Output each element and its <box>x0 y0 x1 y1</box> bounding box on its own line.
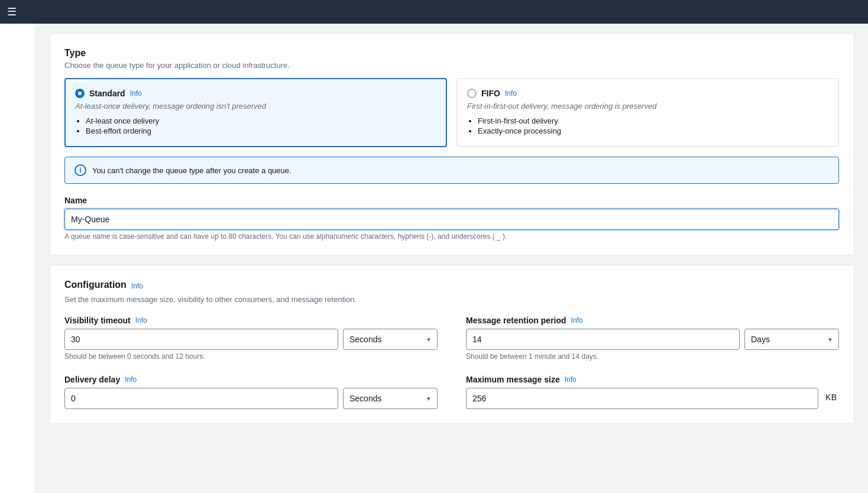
standard-feature-1: At-least once delivery <box>86 116 436 125</box>
main-content: Type Choose the queue type for your appl… <box>35 24 868 493</box>
max-message-size-info[interactable]: Info <box>565 375 576 384</box>
message-retention-label: Message retention period <box>466 316 566 325</box>
message-retention-info[interactable]: Info <box>571 316 583 325</box>
standard-info-link[interactable]: Info <box>130 89 142 98</box>
message-retention-hint: Should be between 1 minute and 14 days. <box>466 352 839 361</box>
delivery-delay-unit-wrapper: Seconds Minutes Hours ▼ <box>343 388 438 409</box>
delivery-delay-unit-select[interactable]: Seconds Minutes Hours <box>343 388 438 409</box>
visibility-timeout-hint: Should be between 0 seconds and 12 hours… <box>64 352 438 361</box>
fifo-features: First-in-first-out delivery Exactly-once… <box>467 116 828 135</box>
max-message-size-label: Maximum message size <box>466 375 560 384</box>
message-retention-unit-select[interactable]: Seconds Minutes Hours Days <box>744 329 839 350</box>
delivery-delay-label: Delivery delay <box>64 375 120 384</box>
fifo-feature-1: First-in-first-out delivery <box>478 116 828 125</box>
config-grid: Visibility timeout Info Seconds Minutes … <box>64 316 839 409</box>
info-banner: i You can't change the queue type after … <box>64 157 839 184</box>
visibility-timeout-unit-select[interactable]: Seconds Minutes Hours <box>343 329 438 350</box>
standard-tagline: At-least-once delivery, message ordering… <box>75 102 436 111</box>
type-section: Type Choose the queue type for your appl… <box>50 33 854 255</box>
standard-features: At-least once delivery Best-effort order… <box>75 116 436 135</box>
delivery-delay-input[interactable] <box>64 388 338 409</box>
visibility-timeout-info[interactable]: Info <box>135 316 147 325</box>
delivery-delay-info[interactable]: Info <box>125 375 137 384</box>
info-banner-text: You can't change the queue type after yo… <box>92 166 292 175</box>
delivery-delay-field: Delivery delay Info Seconds Minutes Hour… <box>64 375 438 409</box>
queue-name-input[interactable] <box>64 209 839 230</box>
type-description: Choose the queue type for your applicati… <box>64 61 839 70</box>
config-description: Set the maximum message size, visibility… <box>64 295 839 304</box>
config-info-link[interactable]: Info <box>131 282 143 290</box>
message-retention-input[interactable] <box>466 329 740 350</box>
max-message-size-field: Maximum message size Info KB <box>466 375 839 409</box>
visibility-timeout-row: Seconds Minutes Hours ▼ <box>64 329 438 350</box>
message-retention-unit-wrapper: Seconds Minutes Hours Days ▼ <box>744 329 839 350</box>
visibility-timeout-field: Visibility timeout Info Seconds Minutes … <box>64 316 438 361</box>
message-retention-field: Message retention period Info Seconds Mi… <box>466 316 839 361</box>
name-field-group: Name A queue name is case-sensitive and … <box>64 196 839 241</box>
fifo-radio[interactable] <box>467 89 477 98</box>
type-title: Type <box>64 48 839 59</box>
queue-types-container: Standard Info At-least-once delivery, me… <box>64 78 839 147</box>
message-retention-row: Seconds Minutes Hours Days ▼ <box>466 329 839 350</box>
config-section: Configuration Info Set the maximum messa… <box>50 265 854 424</box>
visibility-timeout-label: Visibility timeout <box>64 316 131 325</box>
fifo-feature-2: Exactly-once processing <box>478 127 828 135</box>
fifo-tagline: First-in-first-out delivery, message ord… <box>467 102 828 111</box>
config-title: Configuration <box>64 280 127 290</box>
top-bar: ☰ <box>0 0 868 24</box>
fifo-queue-card[interactable]: FIFO Info First-in-first-out delivery, m… <box>456 78 839 147</box>
name-hint: A queue name is case-sensitive and can h… <box>64 232 839 241</box>
visibility-timeout-input[interactable] <box>64 329 338 350</box>
sidebar <box>0 24 35 493</box>
max-message-size-input[interactable] <box>466 388 818 409</box>
standard-feature-2: Best-effort ordering <box>86 127 436 135</box>
max-message-size-row: KB <box>466 388 839 409</box>
delivery-delay-row: Seconds Minutes Hours ▼ <box>64 388 438 409</box>
standard-queue-card[interactable]: Standard Info At-least-once delivery, me… <box>64 78 447 147</box>
fifo-info-link[interactable]: Info <box>505 89 517 98</box>
max-message-size-unit: KB <box>823 388 839 407</box>
visibility-timeout-unit-wrapper: Seconds Minutes Hours ▼ <box>343 329 438 350</box>
hamburger-icon[interactable]: ☰ <box>7 5 17 18</box>
name-label: Name <box>64 196 839 205</box>
info-banner-icon: i <box>75 164 86 176</box>
standard-name: Standard <box>89 89 125 98</box>
standard-radio[interactable] <box>75 89 85 98</box>
fifo-name: FIFO <box>481 89 500 98</box>
